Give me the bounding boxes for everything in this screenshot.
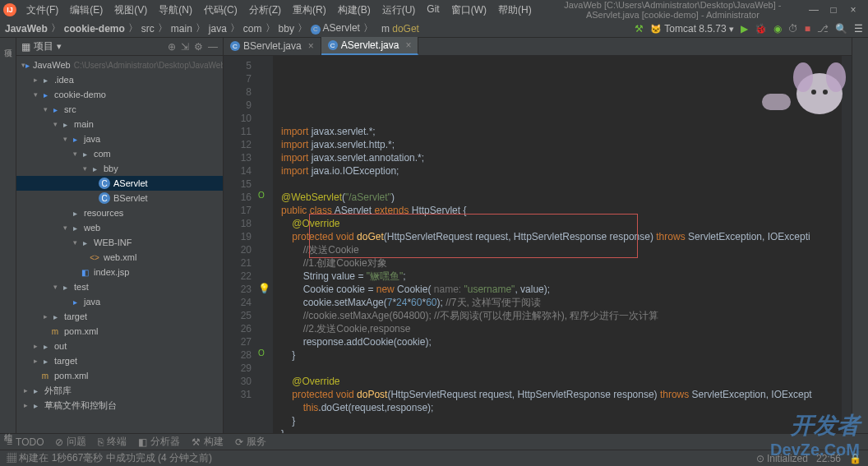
breadcrumb[interactable]: JavaWeb〉cookie-demo〉src〉main〉java〉com〉bb… [5,21,419,35]
menu-item[interactable]: 构建(B) [333,3,376,17]
code-line[interactable]: } [281,427,842,433]
debug-button[interactable]: 🐞 [755,23,767,35]
tree-arrow-icon[interactable]: ▾ [61,224,69,232]
tree-item[interactable]: CAServlet [16,176,223,191]
breadcrumb-item[interactable]: cookie-demo [64,23,125,35]
tree-arrow-icon[interactable]: ▾ [61,135,69,143]
tree-item[interactable]: ▸▸草稿文件和控制台 [16,398,223,413]
tree-arrow-icon[interactable]: ▾ [41,105,49,113]
settings-icon[interactable]: ☰ [854,23,863,35]
tree-arrow-icon[interactable]: ▾ [31,90,39,99]
code-content[interactable]: import javax.servlet.*;import javax.serv… [273,56,842,433]
minimize-button[interactable]: — [809,4,819,16]
tool-window-button[interactable]: ≡TODO [7,436,44,448]
breadcrumb-item[interactable]: bby [279,23,294,35]
tree-arrow-icon[interactable]: ▾ [51,120,59,128]
right-tool-strip[interactable] [852,38,868,433]
code-line[interactable]: protected void doPost(HttpServletRequest… [281,388,842,401]
coverage-button[interactable]: ◉ [773,23,782,35]
code-line[interactable]: @WebServlet("/aServlet") [281,191,842,204]
tree-item[interactable]: mpom.xml [16,324,223,339]
error-stripe[interactable] [842,56,852,433]
code-line[interactable]: //发送Cookie [281,243,842,256]
code-line[interactable]: } [281,348,842,362]
tree-item[interactable]: ▸▸target [16,353,223,368]
menu-item[interactable]: 导航(N) [154,3,197,17]
override-icon[interactable]: O [258,348,265,358]
sidebar-settings-icon[interactable]: ⚙ [194,41,203,53]
run-button[interactable]: ▶ [741,23,748,35]
code-line[interactable]: import java.io.IOException; [281,164,842,178]
tree-item[interactable]: ▾▸cookie-demo [16,87,223,102]
tool-window-button[interactable]: ◧分析器 [138,435,180,449]
tool-window-button[interactable]: ⊘问题 [55,435,86,449]
tree-arrow-icon[interactable]: ▸ [31,342,39,350]
breadcrumb-item[interactable]: JavaWeb [5,23,48,35]
tree-item[interactable]: ▸▸out [16,339,223,353]
profiler-button[interactable]: ⏱ [788,23,798,35]
tree-arrow-icon[interactable]: ▸ [21,386,30,394]
tree-arrow-icon[interactable]: ▸ [31,357,39,365]
code-line[interactable]: //1.创建Cookie对象 [281,256,842,270]
tree-item[interactable]: ▸java [16,294,223,309]
breadcrumb-item[interactable]: com [243,23,262,35]
tree-item[interactable]: ▾▸test [16,279,223,294]
tree-item[interactable]: ▾▸WEB-INF [16,235,223,250]
maximize-button[interactable]: □ [829,4,838,16]
tree-arrow-icon[interactable]: ▾ [71,150,79,158]
tree-arrow-icon[interactable]: ▸ [21,401,30,409]
left-tool-strip[interactable]: 项目 结构 [0,38,16,433]
code-line[interactable]: //cookie.setMaxAge(604800); //不易阅读(可以使用注… [281,309,842,322]
menu-item[interactable]: 窗口(W) [446,3,492,17]
menu-item[interactable]: 重构(R) [288,3,331,17]
menu-item[interactable]: 运行(U) [377,3,421,17]
code-line[interactable] [281,112,842,125]
code-line[interactable]: import javax.servlet.*; [281,125,842,138]
code-line[interactable]: import javax.servlet.annotation.*; [281,151,842,164]
menu-item[interactable]: 帮助(H) [493,3,537,17]
sidebar-hide-icon[interactable]: — [208,41,218,53]
code-line[interactable]: } [281,414,842,427]
tool-window-button[interactable]: ⚒构建 [192,435,224,449]
code-line[interactable] [281,362,842,375]
sidebar-title[interactable]: 项目 [34,39,53,53]
editor-tab[interactable]: CAServlet.java× [321,37,419,55]
tree-item[interactable]: ▾▸main [16,117,223,131]
project-tree[interactable]: ▾▸JavaWebC:\Users\Administrator\Desktop\… [16,56,223,433]
tree-arrow-icon[interactable]: ▾ [51,283,59,291]
code-line[interactable] [281,178,842,191]
breadcrumb-item[interactable]: src [141,23,155,35]
sidebar-expand-icon[interactable]: ⇲ [181,41,189,53]
close-button[interactable]: × [848,4,858,16]
tree-item[interactable]: CBServlet [16,191,223,205]
tree-arrow-icon[interactable]: ▸ [31,76,39,84]
tool-window-button[interactable]: ⎘终端 [98,435,127,449]
menu-item[interactable]: 编辑(E) [65,3,108,17]
code-line[interactable]: this.doGet(request,response); [281,401,842,414]
code-line[interactable]: @Override [281,375,842,388]
breadcrumb-item[interactable]: C AServlet [311,22,360,35]
menu-item[interactable]: 视图(V) [109,3,152,17]
menu-item[interactable]: 代码(C) [199,3,242,17]
tree-arrow-icon[interactable]: ▸ [41,312,49,321]
stop-button[interactable]: ■ [805,23,810,35]
code-editor[interactable]: 5789101112131415161718192021222324252627… [224,56,852,433]
tree-item[interactable]: <>web.xml [16,250,223,265]
build-icon[interactable]: ⚒ [635,23,644,35]
tool-window-button[interactable]: ⟳服务 [235,435,266,449]
tree-item[interactable]: ▾▸web [16,220,223,235]
code-line[interactable]: String value = "鳜嘿鱼"; [281,270,842,283]
code-line[interactable]: //2.发送Cookie,response [281,322,842,335]
tab-close-icon[interactable]: × [308,40,314,52]
breadcrumb-item[interactable]: m doGet [376,23,419,35]
bulb-icon[interactable]: 💡 [258,283,270,294]
tree-item[interactable]: ▾▸java [16,131,223,146]
sidebar-target-icon[interactable]: ⊕ [168,41,176,53]
override-icon[interactable]: O [258,191,265,200]
tree-arrow-icon[interactable]: ▾ [81,164,89,173]
menu-item[interactable]: Git [422,3,444,17]
code-line[interactable]: Cookie cookie = new Cookie( name: "usern… [281,283,842,296]
tree-item[interactable]: ▸▸.idea [16,72,223,87]
tree-item[interactable]: ▾▸bby [16,161,223,176]
editor-tab[interactable]: CBServlet.java× [224,37,321,55]
